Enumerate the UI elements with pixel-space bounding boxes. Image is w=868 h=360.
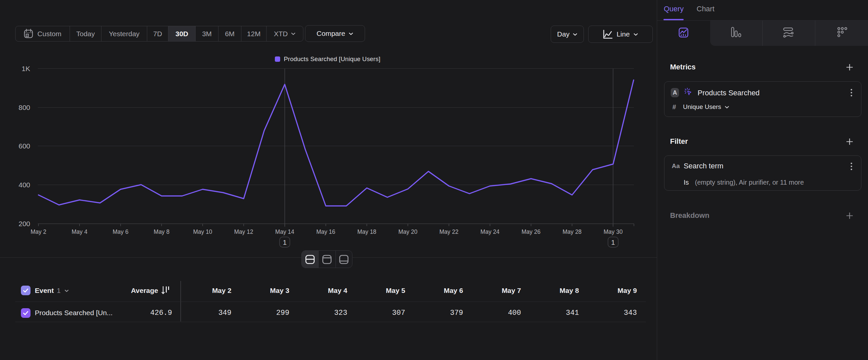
svg-text:1K: 1K: [22, 65, 30, 73]
svg-text:May 14: May 14: [275, 228, 294, 235]
svg-text:May 26: May 26: [522, 228, 540, 235]
svg-text:May 28: May 28: [563, 228, 582, 235]
svg-text:May 6: May 6: [113, 228, 129, 235]
svg-text:1: 1: [283, 239, 287, 246]
svg-text:May 4: May 4: [72, 228, 88, 235]
svg-text:600: 600: [19, 142, 30, 150]
svg-text:May 2: May 2: [31, 228, 46, 235]
svg-text:May 16: May 16: [316, 228, 335, 235]
svg-text:May 24: May 24: [480, 228, 500, 235]
svg-text:May 10: May 10: [193, 228, 213, 235]
svg-text:May 22: May 22: [439, 228, 458, 235]
svg-text:1: 1: [611, 239, 615, 246]
svg-text:400: 400: [19, 181, 30, 189]
svg-text:May 18: May 18: [358, 228, 376, 235]
svg-text:May 30: May 30: [604, 228, 623, 235]
svg-text:May 20: May 20: [399, 228, 418, 235]
svg-text:800: 800: [19, 104, 30, 111]
svg-text:May 8: May 8: [154, 228, 170, 235]
svg-text:May 12: May 12: [234, 228, 253, 235]
svg-text:200: 200: [19, 220, 30, 227]
